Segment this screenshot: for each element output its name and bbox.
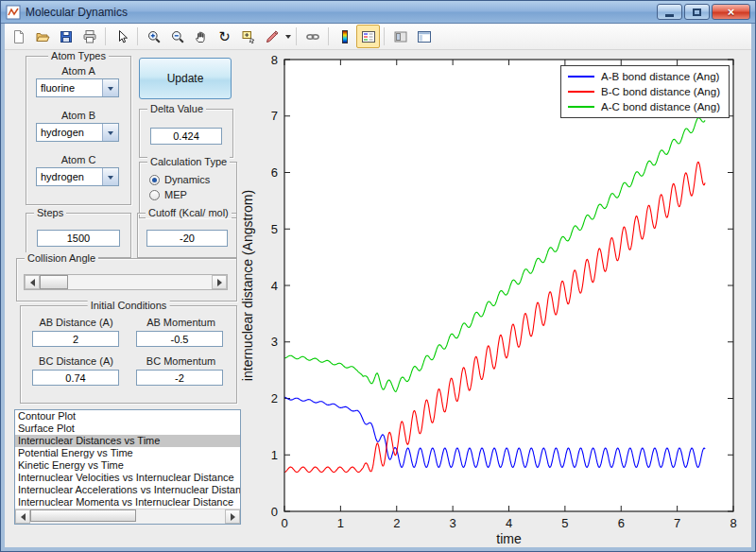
- arrow-left-icon: [17, 513, 26, 521]
- rotate-3d-icon: ↻: [218, 29, 231, 43]
- steps-title: Steps: [34, 207, 66, 218]
- new-figure-button[interactable]: [7, 25, 30, 48]
- minimize-icon: [665, 14, 674, 17]
- save-figure-button[interactable]: [54, 25, 77, 48]
- radio-mep[interactable]: MEP: [149, 189, 234, 200]
- plot-type-listbox[interactable]: Contour PlotSurface PlotInternuclear Dis…: [14, 409, 241, 525]
- new-figure-icon: [11, 29, 26, 44]
- x-axis-label: time: [496, 531, 522, 546]
- brush-dropdown-button[interactable]: [284, 26, 292, 47]
- scrollbar-thumb[interactable]: [30, 509, 136, 522]
- radio-icon: [149, 190, 160, 200]
- list-item[interactable]: Surface Plot: [15, 423, 240, 435]
- titlebar[interactable]: Molecular Dynamics ×: [1, 1, 755, 24]
- list-item[interactable]: Internuclear Momenta vs Internuclear Dis…: [15, 496, 240, 509]
- link-plot-icon: [305, 29, 320, 44]
- legend-label: B-C bond distance (Ang): [601, 86, 720, 97]
- cutoff-panel: Cutoff (Kcal/ mol): [137, 213, 237, 258]
- close-button[interactable]: ×: [712, 4, 750, 20]
- plot-area[interactable]: 012345678012345678timeinternuclear dista…: [239, 52, 754, 551]
- slider-left-button[interactable]: [25, 275, 40, 289]
- scroll-right-button[interactable]: [225, 509, 240, 524]
- zoom-out-icon: [170, 29, 185, 44]
- legend-line-sample: [568, 76, 594, 78]
- collision-angle-slider[interactable]: [24, 274, 228, 290]
- x-tick-label: 3: [450, 516, 456, 530]
- y-tick-label: 6: [271, 165, 278, 180]
- x-tick-label: 5: [561, 516, 568, 530]
- zoom-out-button[interactable]: [165, 25, 189, 48]
- atom-a-select[interactable]: fluorine: [36, 78, 119, 97]
- y-tick-label: 3: [271, 335, 278, 349]
- radio-dynamics[interactable]: Dynamics: [149, 174, 234, 185]
- brush-data-button[interactable]: [260, 25, 284, 48]
- link-plot-button[interactable]: [301, 25, 324, 48]
- steps-panel: Steps: [26, 213, 131, 258]
- bc-distance-label: BC Distance (A): [26, 355, 126, 367]
- pan-button[interactable]: [189, 25, 213, 48]
- steps-field[interactable]: [37, 230, 120, 247]
- toolbar-separator: [137, 27, 138, 45]
- list-item[interactable]: Internuclear Distances vs Time: [15, 435, 240, 447]
- print-figure-button[interactable]: [77, 25, 101, 48]
- dropdown-button[interactable]: [102, 79, 118, 96]
- pan-hand-icon: [194, 29, 209, 44]
- atom-a-value: fluorine: [37, 82, 102, 94]
- legend-entry: B-C bond distance (Ang): [568, 86, 720, 97]
- axes-background: [284, 60, 733, 511]
- bc-momentum-field[interactable]: [136, 370, 223, 386]
- scroll-left-button[interactable]: [15, 509, 30, 524]
- window-title: Molecular Dynamics: [26, 6, 128, 19]
- delta-value-field[interactable]: [150, 128, 222, 145]
- app-icon: [6, 5, 21, 20]
- brush-icon: [265, 29, 280, 44]
- minimize-button[interactable]: [657, 4, 682, 20]
- save-figure-icon: [59, 29, 74, 44]
- update-button[interactable]: Update: [139, 58, 232, 99]
- radio-label: Dynamics: [164, 174, 210, 185]
- insert-legend-button[interactable]: [356, 25, 380, 48]
- legend-entry: A-C bond distance (Ang): [568, 101, 720, 112]
- show-plot-tools-button[interactable]: [412, 25, 436, 48]
- data-cursor-icon: [241, 29, 256, 44]
- y-tick-label: 4: [271, 279, 278, 293]
- cutoff-title: Cutoff (Kcal/ mol): [146, 207, 232, 218]
- cutoff-field[interactable]: [146, 230, 228, 247]
- ab-momentum-field[interactable]: [136, 331, 223, 347]
- legend-line-sample: [568, 91, 594, 93]
- zoom-in-button[interactable]: [142, 25, 165, 48]
- toolbar-separator: [105, 27, 106, 45]
- list-item[interactable]: Kinetic Energy vs Time: [15, 459, 240, 472]
- list-item[interactable]: Internuclear Accelerations vs Internucle…: [15, 484, 240, 496]
- bc-distance-field[interactable]: [32, 370, 119, 386]
- slider-thumb[interactable]: [40, 275, 68, 289]
- dropdown-button[interactable]: [102, 124, 118, 141]
- maximize-button[interactable]: [684, 4, 710, 20]
- insert-colorbar-button[interactable]: [333, 25, 356, 48]
- ab-distance-field[interactable]: [32, 331, 119, 347]
- chart-legend[interactable]: A-B bond distance (Ang)B-C bond distance…: [560, 65, 730, 118]
- atom-a-label: Atom A: [26, 65, 130, 77]
- delta-value-panel: Delta Value: [139, 109, 233, 158]
- initial-conditions-title: Initial Conditions: [88, 300, 170, 311]
- arrow-right-icon: [217, 279, 226, 286]
- plot-canvas[interactable]: 012345678012345678timeinternuclear dista…: [239, 52, 754, 551]
- data-cursor-button[interactable]: [236, 25, 260, 48]
- legend-line-sample: [568, 106, 594, 108]
- legend-entry: A-B bond distance (Ang): [568, 71, 720, 82]
- rotate-3d-button[interactable]: ↻: [213, 25, 236, 48]
- list-item[interactable]: Contour Plot: [15, 410, 240, 423]
- hide-plot-tools-button[interactable]: [388, 25, 412, 48]
- atom-c-select[interactable]: hydrogen: [36, 167, 119, 186]
- slider-right-button[interactable]: [212, 275, 227, 289]
- edit-plot-button[interactable]: [110, 25, 133, 48]
- legend-label: A-C bond distance (Ang): [601, 101, 720, 112]
- list-item[interactable]: Potential Energy vs Time: [15, 447, 240, 459]
- horizontal-scrollbar[interactable]: [15, 509, 240, 524]
- list-item[interactable]: Internuclear Velocities vs Internuclear …: [15, 472, 240, 484]
- scrollbar-track[interactable]: [30, 509, 225, 524]
- dropdown-button[interactable]: [102, 168, 118, 185]
- open-file-button[interactable]: [30, 25, 54, 48]
- slider-track[interactable]: [40, 275, 212, 289]
- atom-b-select[interactable]: hydrogen: [36, 123, 119, 142]
